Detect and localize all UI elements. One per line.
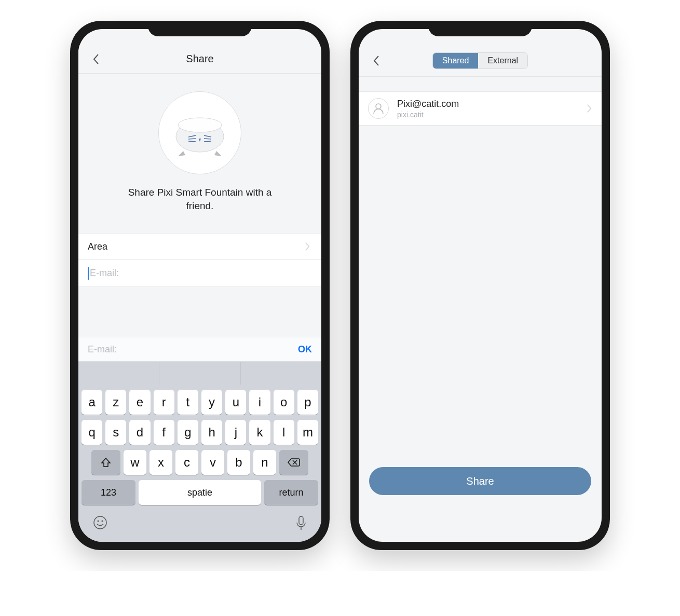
- svg-point-1: [178, 118, 222, 132]
- key-o[interactable]: o: [274, 390, 294, 415]
- key-i[interactable]: i: [249, 390, 270, 415]
- phone-right: Shared External Pixi@catit.com pixi.cati…: [350, 21, 610, 550]
- fountain-icon: [169, 104, 231, 161]
- svg-line-6: [204, 139, 211, 139]
- svg-point-10: [94, 516, 106, 529]
- chevron-right-icon: [303, 242, 312, 251]
- hero-text: Share Pixi Smart Fountain with a friend.: [117, 186, 283, 212]
- avatar: [368, 98, 389, 119]
- key-e[interactable]: e: [129, 390, 150, 415]
- emoji-key[interactable]: [93, 515, 107, 535]
- key-u[interactable]: u: [225, 390, 246, 415]
- key-l[interactable]: l: [274, 420, 294, 445]
- area-label: Area: [88, 241, 303, 252]
- shift-key[interactable]: [91, 450, 120, 475]
- back-button[interactable]: [90, 53, 102, 65]
- key-x[interactable]: x: [149, 450, 172, 475]
- list-item-text: Pixi@catit.com pixi.catit: [397, 99, 578, 119]
- key-w[interactable]: w: [124, 450, 146, 475]
- svg-line-3: [188, 139, 196, 139]
- phone-left: Share Share Pixi Smart Fountai: [70, 21, 330, 550]
- svg-line-4: [188, 141, 196, 142]
- email-row[interactable]: [78, 260, 321, 287]
- key-v[interactable]: v: [201, 450, 224, 475]
- keyboard-row-4: 123 spatie return: [81, 480, 318, 505]
- hero: Share Pixi Smart Fountain with a friend.: [78, 74, 321, 233]
- tab-shared[interactable]: Shared: [433, 53, 479, 69]
- key-n[interactable]: n: [253, 450, 276, 475]
- key-t[interactable]: t: [178, 390, 198, 415]
- list-item-title: Pixi@catit.com: [397, 99, 578, 109]
- area-row[interactable]: Area: [78, 233, 321, 260]
- key-y[interactable]: y: [201, 390, 222, 415]
- text-cursor: [88, 267, 89, 280]
- dictation-key[interactable]: [295, 515, 307, 535]
- key-d[interactable]: d: [129, 420, 150, 445]
- svg-point-12: [102, 521, 103, 522]
- chevron-left-icon: [373, 55, 380, 66]
- return-key[interactable]: return: [264, 480, 318, 505]
- keyboard-row-3: w x c v b n: [81, 450, 318, 475]
- emoji-icon: [93, 515, 107, 530]
- key-h[interactable]: h: [201, 420, 222, 445]
- key-g[interactable]: g: [178, 420, 198, 445]
- svg-point-11: [98, 521, 99, 522]
- keyboard-suggestion-bar: [78, 362, 321, 385]
- screen-left: Share Share Pixi Smart Fountai: [78, 29, 321, 542]
- svg-rect-13: [299, 516, 303, 525]
- keyboard: a z e r t y u i o p q s d f g h j k l: [78, 385, 321, 542]
- segmented-control: Shared External: [432, 52, 528, 69]
- space-key[interactable]: spatie: [139, 480, 261, 505]
- key-m[interactable]: m: [297, 420, 318, 445]
- page-title: Share: [186, 53, 213, 65]
- key-f[interactable]: f: [154, 420, 174, 445]
- key-z[interactable]: z: [105, 390, 126, 415]
- keyboard-accessory: E-mail: OK: [78, 337, 321, 362]
- key-r[interactable]: r: [154, 390, 174, 415]
- key-j[interactable]: j: [225, 420, 246, 445]
- backspace-key[interactable]: [279, 450, 308, 475]
- device-image: [158, 91, 241, 174]
- svg-line-7: [204, 141, 211, 142]
- screen-right: Shared External Pixi@catit.com pixi.cati…: [359, 29, 602, 542]
- list-item-subtitle: pixi.catit: [397, 111, 578, 119]
- ok-button[interactable]: OK: [298, 344, 312, 355]
- key-b[interactable]: b: [227, 450, 250, 475]
- email-field[interactable]: [90, 268, 312, 279]
- key-a[interactable]: a: [81, 390, 102, 415]
- chevron-left-icon: [92, 53, 100, 65]
- shift-icon: [101, 457, 111, 468]
- keyboard-bottom-row: [81, 510, 318, 535]
- keyboard-row-2: q s d f g h j k l m: [81, 420, 318, 445]
- shared-list: Pixi@catit.com pixi.catit: [359, 91, 602, 126]
- numbers-key[interactable]: 123: [81, 480, 135, 505]
- navbar: Share: [78, 45, 321, 74]
- back-button[interactable]: [370, 54, 383, 67]
- svg-point-15: [376, 104, 381, 109]
- backspace-icon: [288, 458, 300, 467]
- keyboard-row-1: a z e r t y u i o p: [81, 390, 318, 415]
- key-c[interactable]: c: [175, 450, 198, 475]
- key-q[interactable]: q: [81, 420, 102, 445]
- key-s[interactable]: s: [105, 420, 126, 445]
- share-button[interactable]: Share: [369, 467, 591, 495]
- mic-icon: [295, 515, 307, 531]
- user-icon: [372, 102, 385, 115]
- accessory-placeholder: E-mail:: [88, 344, 298, 355]
- tab-external[interactable]: External: [478, 53, 527, 69]
- key-p[interactable]: p: [297, 390, 318, 415]
- key-k[interactable]: k: [249, 420, 270, 445]
- chevron-right-icon: [586, 104, 592, 113]
- list-item[interactable]: Pixi@catit.com pixi.catit: [359, 92, 602, 125]
- navbar: Shared External: [359, 45, 602, 77]
